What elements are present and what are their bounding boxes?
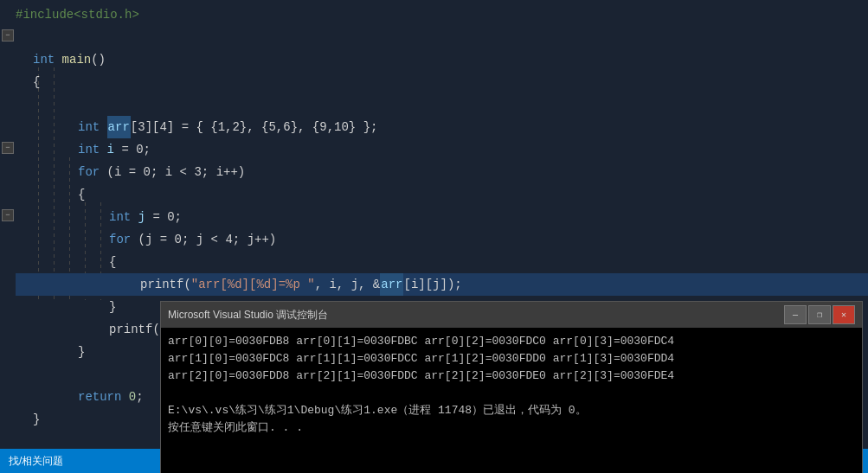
console-window: Microsoft Visual Studio 调试控制台 — ❐ ✕ arr[…: [160, 301, 863, 473]
code-line-4: {: [16, 71, 868, 93]
code-line-12: {: [16, 251, 868, 273]
code-line-2: [16, 26, 868, 48]
console-output-line-2: arr[1][0]=0030FDC8 arr[1][1]=0030FDCC ar…: [168, 350, 855, 368]
console-titlebar: Microsoft Visual Studio 调试控制台 — ❐ ✕: [161, 302, 862, 328]
console-output: arr[0][0]=0030FDB8 arr[0][1]=0030FDBC ar…: [161, 328, 862, 473]
code-line-7: int i = 0;: [16, 138, 868, 161]
function-main: main: [62, 48, 92, 71]
code-line-10: int j = 0;: [16, 206, 868, 228]
console-controls: — ❐ ✕: [784, 305, 855, 324]
collapse-for2-icon[interactable]: −: [2, 209, 14, 221]
console-exit-message: E:\vs\.vs\练习\练习1\Debug\练习1.exe（进程 11748）…: [168, 402, 855, 419]
console-restore-btn[interactable]: ❐: [808, 305, 831, 324]
collapse-for1-icon[interactable]: −: [2, 142, 14, 154]
code-line-11: for (j = 0; j < 4; j++): [16, 228, 868, 251]
console-close-btn[interactable]: ✕: [833, 305, 855, 324]
code-line-3: int main(): [16, 48, 868, 71]
code-line-1: #include<stdio.h>: [16, 3, 868, 26]
arr-var-highlight-1: arr: [107, 116, 131, 138]
code-line-5: [16, 93, 868, 116]
code-line-8: for (i = 0; i < 3; i++): [16, 161, 868, 183]
console-title: Microsoft Visual Studio 调试控制台: [168, 308, 328, 323]
code-line-6: int arr[3][4] = { {1,2}, {5,6}, {9,10} }…: [16, 116, 868, 138]
search-label[interactable]: 找/相关问题: [9, 454, 63, 469]
console-output-line-1: arr[0][0]=0030FDB8 arr[0][1]=0030FDBC ar…: [168, 333, 855, 350]
console-close-message: 按任意键关闭此窗口. . .: [168, 419, 855, 437]
code-line-13: printf("arr[%d][%d]=%p ", i, j, &arr[i][…: [16, 273, 868, 296]
console-minimize-btn[interactable]: —: [784, 305, 807, 324]
include-directive: #include<stdio.h>: [16, 3, 139, 26]
keyword-int-main: int: [33, 48, 62, 71]
code-line-9: {: [16, 183, 868, 206]
console-output-line-3: arr[2][0]=0030FDD8 arr[2][1]=0030FDDC ar…: [168, 368, 855, 385]
collapse-main-icon[interactable]: −: [2, 29, 14, 42]
arr-var-highlight-2: arr: [380, 273, 403, 296]
